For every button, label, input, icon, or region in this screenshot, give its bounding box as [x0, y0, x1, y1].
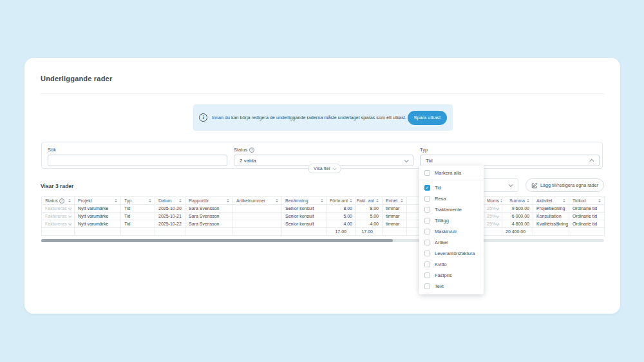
column-label: Summa: [509, 198, 525, 203]
row-status-select[interactable]: Faktureras: [45, 222, 71, 226]
row-moms-value: 25%: [487, 214, 496, 218]
chevron-down-icon: [404, 158, 409, 162]
type-option-select-all[interactable]: Markera alla: [419, 166, 484, 180]
scrollbar-thumb[interactable]: [41, 239, 393, 242]
column-label: Status: [45, 198, 58, 203]
type-option-traktamente[interactable]: Traktamente: [419, 204, 484, 215]
checkbox-checked-icon[interactable]: [424, 185, 430, 191]
cell-summa: 6 000.00: [502, 213, 533, 220]
main-card: Underliggande rader Innan du kan börja r…: [24, 58, 620, 314]
type-option-fastpris[interactable]: Fastpris: [419, 270, 484, 281]
cell-summa: 4 800.00: [502, 220, 533, 228]
type-option-maskin-utr[interactable]: Maskin/utr: [419, 226, 484, 237]
sort-icon[interactable]: [179, 199, 182, 202]
save-draft-button[interactable]: Spara utkast: [408, 111, 448, 125]
column-header-forbr[interactable]: Förbr.ant: [327, 197, 356, 205]
column-header-aktivitet[interactable]: Aktivitet: [533, 197, 569, 205]
edit-icon: [531, 182, 538, 189]
type-option-kvitto[interactable]: Kvitto: [419, 259, 484, 270]
column-label: Datum: [158, 198, 172, 203]
column-header-tidkod[interactable]: Tidkod: [569, 197, 605, 205]
sort-icon[interactable]: [276, 199, 278, 202]
sort-icon[interactable]: [115, 199, 117, 202]
checkbox-icon[interactable]: [424, 251, 430, 256]
sort-icon[interactable]: [227, 199, 229, 202]
column-header-fakt[interactable]: Fakt. ant: [356, 197, 383, 205]
cell-enhet: timmar: [383, 220, 407, 228]
type-option-label: Resa: [435, 196, 446, 202]
checkbox-icon[interactable]: [424, 170, 430, 176]
checkbox-icon[interactable]: [424, 240, 430, 245]
cell-benamning: Senior konsult: [282, 213, 327, 220]
row-moms-value: 25%: [487, 222, 496, 226]
search-input[interactable]: [48, 155, 227, 166]
column-header-summa[interactable]: Summa: [502, 197, 533, 205]
row-moms-select[interactable]: 25%: [487, 222, 498, 226]
status-select-value: 2 valda: [240, 158, 256, 164]
cell-rapportor: Sara Svensson: [185, 213, 233, 220]
column-header-projekt[interactable]: Projekt: [75, 197, 121, 205]
cell-projekt: Nytt varumärke: [75, 220, 121, 228]
cell-forbr: 4.00: [327, 220, 356, 228]
type-option-leverantorsfaktura[interactable]: Leverantörsfaktura: [419, 248, 484, 259]
row-moms-select[interactable]: 25%: [487, 214, 498, 218]
sort-icon[interactable]: [401, 199, 403, 202]
type-select[interactable]: Tid: [420, 155, 600, 166]
sort-icon[interactable]: [68, 199, 71, 202]
table-header-row: Status Projekt Typ Datum Rapportör: [42, 197, 605, 205]
column-header-enhet[interactable]: Enhet: [383, 197, 407, 205]
checkbox-icon[interactable]: [424, 283, 430, 289]
column-header-rapportor[interactable]: Rapportör: [185, 197, 233, 205]
column-header-datum[interactable]: Datum: [155, 197, 185, 205]
cell-artikelnummer: [233, 205, 282, 213]
checkbox-icon[interactable]: [424, 272, 430, 278]
checkbox-icon[interactable]: [424, 229, 430, 234]
cell-forbr: 8.00: [327, 205, 356, 213]
type-option-tid[interactable]: Tid: [419, 182, 484, 193]
column-header-benamning[interactable]: Benämning: [282, 197, 327, 205]
horizontal-scrollbar[interactable]: [41, 239, 604, 242]
sort-icon[interactable]: [321, 199, 323, 202]
row-moms-select[interactable]: 25%: [487, 206, 498, 211]
sort-icon[interactable]: [376, 199, 379, 202]
chevron-down-icon: [68, 206, 72, 210]
type-option-tillagg[interactable]: Tillägg: [419, 215, 484, 226]
sort-icon[interactable]: [350, 199, 352, 202]
checkbox-icon[interactable]: [424, 262, 430, 267]
row-status-select[interactable]: Faktureras: [45, 214, 71, 218]
status-label: Status: [234, 147, 254, 153]
cell-aktivitet: Konsultation: [533, 213, 569, 220]
cell-summa: 9 600.00: [502, 205, 533, 213]
column-label: Tidkod: [573, 198, 586, 203]
type-option-label: Fastpris: [435, 272, 452, 278]
cell-datum: 2025-10-22: [155, 220, 185, 228]
column-header-artikelnummer[interactable]: Artikelnummer: [233, 197, 282, 205]
type-select-value: Tid: [426, 158, 433, 164]
column-header-status[interactable]: Status: [42, 197, 75, 205]
cell-datum: 2025-10-21: [155, 213, 185, 220]
row-status-value: Faktureras: [45, 214, 66, 218]
show-more-button[interactable]: Visa fler: [308, 164, 341, 173]
type-option-resa[interactable]: Resa: [419, 193, 484, 204]
sort-icon[interactable]: [527, 199, 529, 202]
type-option-label: Maskin/utr: [435, 229, 457, 234]
type-option-artikel[interactable]: Artikel: [419, 237, 484, 248]
cell-rapportor: Sara Svensson: [185, 205, 233, 213]
sort-icon[interactable]: [598, 199, 601, 202]
cell-rapportor: Sara Svensson: [185, 220, 233, 228]
sort-icon[interactable]: [149, 199, 151, 202]
chevron-down-icon: [68, 222, 72, 225]
type-option-text[interactable]: Text: [419, 281, 484, 292]
help-icon: [59, 198, 64, 204]
page-title: Underliggande rader: [41, 75, 112, 82]
show-more-label: Visa fler: [314, 166, 330, 171]
column-label: Rapportör: [189, 198, 209, 203]
checkbox-icon[interactable]: [424, 207, 430, 213]
checkbox-icon[interactable]: [424, 218, 430, 224]
column-header-moms[interactable]: Moms: [484, 197, 502, 205]
column-header-typ[interactable]: Typ: [121, 197, 155, 205]
row-status-select[interactable]: Faktureras: [45, 206, 71, 211]
add-own-rows-button[interactable]: Lägg till/redigera egna rader: [526, 178, 604, 192]
checkbox-icon[interactable]: [424, 196, 430, 202]
sort-icon[interactable]: [563, 199, 565, 202]
